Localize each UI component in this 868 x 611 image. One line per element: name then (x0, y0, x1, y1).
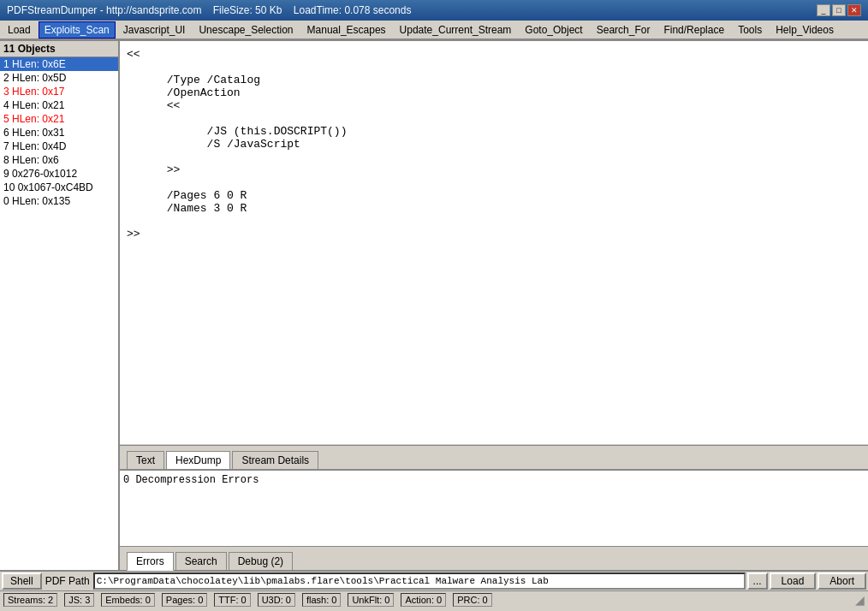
status-streams: Streams: 2 (3, 593, 57, 607)
main-area: 11 Objects 1 HLen: 0x6E2 HLen: 0x5D3 HLe… (0, 39, 868, 570)
menu-update-current-stream[interactable]: Update_Current_Stream (394, 21, 518, 39)
object-list-item[interactable]: 7 HLen: 0x4D (0, 139, 118, 153)
footer-toolbar: Shell PDF Path ... Load Abort (0, 570, 868, 590)
loadtime-label: LoadTime: 0.078 seconds (294, 4, 412, 16)
status-action: Action: 0 (401, 593, 446, 607)
tab-debug[interactable]: Debug (2) (229, 552, 293, 570)
menu-search-for[interactable]: Search_For (591, 21, 657, 39)
object-list-item[interactable]: 5 HLen: 0x21 (0, 112, 118, 126)
menu-unescape-selection[interactable]: Unescape_Selection (193, 21, 299, 39)
object-list-item[interactable]: 6 HLen: 0x31 (0, 126, 118, 139)
title-text: PDFStreamDumper - http://sandsprite.com … (7, 4, 411, 16)
load-button[interactable]: Load (770, 572, 817, 590)
info-panel: 0 Decompression Errors (120, 469, 868, 546)
status-embeds: Embeds: 0 (101, 593, 155, 607)
browse-button[interactable]: ... (747, 572, 768, 590)
status-bar: Streams: 2 JS: 3 Embeds: 0 Pages: 0 TTF:… (0, 590, 868, 608)
object-list-item[interactable]: 1 HLen: 0x6E (0, 57, 118, 71)
objects-header: 11 Objects (0, 41, 118, 57)
menu-bar: Load Exploits_Scan Javascript_UI Unescap… (0, 21, 868, 39)
abort-button[interactable]: Abort (817, 572, 866, 590)
menu-javascript-ui[interactable]: Javascript_UI (117, 21, 192, 39)
resize-grip-icon: ◢ (855, 593, 865, 607)
status-unkflt: UnkFlt: 0 (348, 593, 394, 607)
errors-text: 0 Decompression Errors (123, 474, 865, 486)
object-list-item[interactable]: 0 HLen: 0x135 (0, 194, 118, 208)
status-prc: PRC: 0 (453, 593, 491, 607)
object-list-item[interactable]: 9 0x276-0x1012 (0, 167, 118, 181)
object-list-item[interactable]: 10 0x1067-0xC4BD (0, 181, 118, 194)
content-viewer[interactable]: << /Type /Catalog /OpenAction << /JS (th… (120, 41, 868, 445)
status-js: JS: 3 (64, 593, 94, 607)
title-bar: PDFStreamDumper - http://sandsprite.com … (0, 0, 868, 21)
status-flash: flash: 0 (302, 593, 341, 607)
menu-find-replace[interactable]: Find/Replace (657, 21, 730, 39)
menu-manual-escapes[interactable]: Manual_Escapes (301, 21, 392, 39)
menu-exploits-scan[interactable]: Exploits_Scan (39, 21, 116, 39)
status-u3d: U3D: 0 (258, 593, 295, 607)
bottom-tabs: Errors Search Debug (2) (120, 546, 868, 570)
path-input[interactable] (93, 572, 746, 590)
menu-load[interactable]: Load (2, 21, 37, 39)
pdf-path-label: PDF Path (44, 575, 92, 587)
tab-search[interactable]: Search (175, 552, 227, 570)
menu-tools[interactable]: Tools (732, 21, 768, 39)
minimize-button[interactable]: _ (817, 4, 830, 16)
tab-text[interactable]: Text (127, 451, 164, 469)
filesize-label: FileSize: 50 Kb (213, 4, 282, 16)
tab-errors[interactable]: Errors (127, 552, 174, 571)
object-list-panel: 11 Objects 1 HLen: 0x6E2 HLen: 0x5D3 HLe… (0, 39, 120, 570)
status-pages: Pages: 0 (162, 593, 207, 607)
viewer-tabs: Text HexDump Stream Details (120, 445, 868, 469)
title-bar-controls: _ □ ✕ (817, 4, 861, 16)
content-panel: << /Type /Catalog /OpenAction << /JS (th… (120, 39, 868, 570)
object-list: 1 HLen: 0x6E2 HLen: 0x5D3 HLen: 0x174 HL… (0, 57, 118, 208)
object-list-item[interactable]: 4 HLen: 0x21 (0, 98, 118, 112)
maximize-button[interactable]: □ (832, 4, 846, 16)
object-list-item[interactable]: 3 HLen: 0x17 (0, 85, 118, 98)
status-ttf: TTF: 0 (214, 593, 250, 607)
tab-stream-details[interactable]: Stream Details (232, 451, 318, 469)
close-button[interactable]: ✕ (847, 4, 861, 16)
shell-button[interactable]: Shell (2, 572, 42, 590)
object-list-item[interactable]: 2 HLen: 0x5D (0, 71, 118, 85)
menu-help-videos[interactable]: Help_Videos (770, 21, 840, 39)
tab-hexdump[interactable]: HexDump (166, 451, 230, 470)
menu-goto-object[interactable]: Goto_Object (519, 21, 588, 39)
object-list-item[interactable]: 8 HLen: 0x6 (0, 153, 118, 167)
app-title: PDFStreamDumper - http://sandsprite.com (7, 4, 201, 16)
